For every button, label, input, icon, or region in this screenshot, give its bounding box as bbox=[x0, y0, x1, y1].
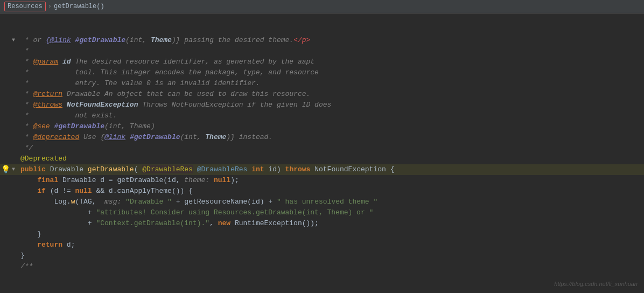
code-content: + "Context.getDrawable(int).", new Runti… bbox=[16, 218, 644, 229]
code-line: + "attributes! Consider using Resources.… bbox=[0, 207, 644, 218]
line-gutter bbox=[0, 89, 16, 100]
code-content: + "attributes! Consider using Resources.… bbox=[16, 207, 644, 218]
breadcrumb-separator: › bbox=[48, 3, 52, 10]
code-content: * @throws NotFoundException Throws NotFo… bbox=[16, 100, 644, 110]
code-line: if (d != null && d.canApplyTheme()) { bbox=[0, 186, 644, 197]
code-line: * @throws NotFoundException Throws NotFo… bbox=[0, 100, 644, 110]
code-line: final Drawable d = getDrawable(id, theme… bbox=[0, 175, 644, 186]
code-line: @Deprecated bbox=[0, 154, 644, 164]
line-gutter: ▼ bbox=[0, 35, 16, 46]
line-gutter bbox=[0, 154, 16, 164]
line-gutter bbox=[0, 100, 16, 110]
code-content: * bbox=[16, 46, 644, 57]
line-gutter bbox=[0, 250, 16, 261]
code-content: return d; bbox=[16, 240, 644, 250]
code-content: } bbox=[16, 250, 644, 261]
bulb-icon[interactable]: 💡 bbox=[1, 164, 10, 175]
code-line: ▼ * or {@link #getDrawable(int, Theme)} … bbox=[0, 35, 644, 46]
code-content: @Deprecated bbox=[16, 154, 644, 164]
code-content: * entry. The value 0 is an invalid ident… bbox=[16, 78, 644, 89]
fold-icon[interactable]: ▼ bbox=[12, 35, 15, 46]
code-line: * @see #getDrawable(int, Theme) bbox=[0, 121, 644, 132]
code-content: * @return Drawable An object that can be… bbox=[16, 89, 644, 100]
code-line: + "Context.getDrawable(int).", new Runti… bbox=[0, 218, 644, 229]
code-line: */ bbox=[0, 143, 644, 154]
code-content: public Drawable getDrawable( @DrawableRe… bbox=[16, 164, 644, 175]
line-gutter bbox=[0, 110, 16, 121]
code-line: } bbox=[0, 250, 644, 261]
line-gutter bbox=[0, 78, 16, 89]
code-content: } bbox=[16, 229, 644, 240]
line-gutter bbox=[0, 143, 16, 154]
line-gutter bbox=[0, 46, 16, 57]
line-gutter bbox=[0, 67, 16, 78]
line-gutter bbox=[0, 218, 16, 229]
lines-container: ▼ * or {@link #getDrawable(int, Theme)} … bbox=[0, 35, 644, 272]
code-line: Log.w(TAG, msg: "Drawable " + getResourc… bbox=[0, 197, 644, 207]
code-content: Log.w(TAG, msg: "Drawable " + getResourc… bbox=[16, 197, 644, 207]
code-line: * not exist. bbox=[0, 110, 644, 121]
line-gutter bbox=[0, 240, 16, 250]
line-gutter bbox=[0, 197, 16, 207]
code-area: ▼ * or {@link #getDrawable(int, Theme)} … bbox=[0, 13, 644, 293]
line-gutter bbox=[0, 175, 16, 186]
code-content: * @param id The desired resource identif… bbox=[16, 57, 644, 67]
line-gutter bbox=[0, 207, 16, 218]
line-gutter bbox=[0, 121, 16, 132]
line-gutter bbox=[0, 261, 16, 272]
code-content: * @deprecated Use {@link #getDrawable(in… bbox=[16, 132, 644, 143]
code-content: */ bbox=[16, 143, 644, 154]
code-line: * @deprecated Use {@link #getDrawable(in… bbox=[0, 132, 644, 143]
breadcrumb-bar: Resources › getDrawable() bbox=[0, 0, 644, 13]
code-line: } bbox=[0, 229, 644, 240]
line-gutter bbox=[0, 229, 16, 240]
code-content: final Drawable d = getDrawable(id, theme… bbox=[16, 175, 644, 186]
code-content: * not exist. bbox=[16, 110, 644, 121]
line-gutter bbox=[0, 132, 16, 143]
line-gutter: 💡▼ bbox=[0, 164, 16, 175]
code-content: * or {@link #getDrawable(int, Theme)} pa… bbox=[16, 35, 644, 46]
code-content: * @see #getDrawable(int, Theme) bbox=[16, 121, 644, 132]
code-line: return d; bbox=[0, 240, 644, 250]
code-line: 💡▼public Drawable getDrawable( @Drawable… bbox=[0, 164, 644, 175]
code-line: /** bbox=[0, 261, 644, 272]
code-line: * bbox=[0, 46, 644, 57]
breadcrumb-method: getDrawable() bbox=[54, 3, 104, 10]
line-gutter bbox=[0, 57, 16, 67]
code-line: * @return Drawable An object that can be… bbox=[0, 89, 644, 100]
code-line: * @param id The desired resource identif… bbox=[0, 57, 644, 67]
fold-icon[interactable]: ▼ bbox=[12, 164, 15, 175]
watermark: https://blog.csdn.net/li_xunhuan bbox=[554, 278, 638, 289]
code-line: * tool. This integer encodes the package… bbox=[0, 67, 644, 78]
line-gutter bbox=[0, 186, 16, 197]
code-content: * tool. This integer encodes the package… bbox=[16, 67, 644, 78]
code-line: * entry. The value 0 is an invalid ident… bbox=[0, 78, 644, 89]
code-content: if (d != null && d.canApplyTheme()) { bbox=[16, 186, 644, 197]
code-content: /** bbox=[16, 261, 644, 272]
breadcrumb-resources[interactable]: Resources bbox=[4, 2, 46, 11]
